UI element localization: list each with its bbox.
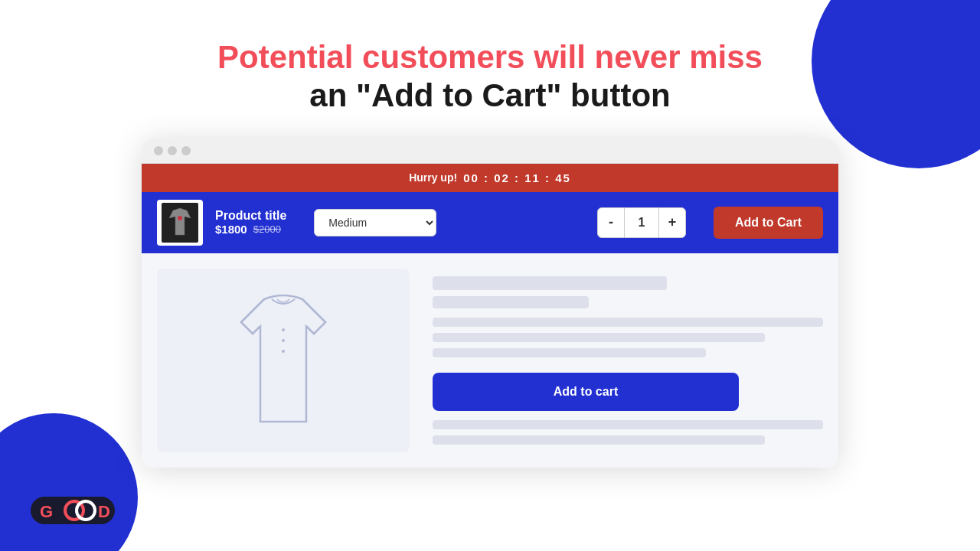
product-page-body: Add to cart xyxy=(142,253,838,468)
browser-dot-1 xyxy=(154,146,163,155)
variant-select[interactable]: Small Medium Large X-Large xyxy=(314,209,436,236)
skeleton-desc-group xyxy=(433,318,823,357)
svg-point-4 xyxy=(282,350,285,353)
skeleton-line-4 xyxy=(433,420,823,429)
tshirt-thumbnail-icon xyxy=(162,203,198,243)
product-title: Product title xyxy=(215,209,286,223)
svg-point-3 xyxy=(282,339,285,342)
product-image-area xyxy=(157,269,410,452)
headline-line2: an "Add to Cart" button xyxy=(217,77,763,115)
price-current: $1800 xyxy=(215,223,247,236)
product-sticky-row: Product title $1800 $2000 Small Medium L… xyxy=(142,192,838,253)
sticky-countdown-bar: Hurry up! 00 : 02 : 11 : 45 xyxy=(142,164,838,192)
price-original: $2000 xyxy=(253,223,281,235)
skeleton-title-group xyxy=(433,276,823,308)
add-to-cart-body-button[interactable]: Add to cart xyxy=(433,373,739,411)
product-shirt-svg xyxy=(207,276,360,445)
svg-text:G: G xyxy=(40,502,53,521)
skeleton-title xyxy=(433,276,667,290)
add-to-cart-sticky-button[interactable]: Add to Cart xyxy=(714,207,823,239)
skeleton-line-5 xyxy=(433,435,765,445)
logo-container: G D xyxy=(31,493,115,528)
logo-goood: G D xyxy=(31,493,115,528)
browser-chrome xyxy=(142,139,838,164)
browser-dot-3 xyxy=(181,146,191,155)
quantity-decrement-button[interactable]: - xyxy=(597,207,625,238)
product-details-area: Add to cart xyxy=(433,269,823,452)
variant-select-wrapper[interactable]: Small Medium Large X-Large xyxy=(314,209,436,236)
svg-point-2 xyxy=(282,328,285,331)
hurry-up-label: Hurry up! xyxy=(409,171,457,184)
quantity-value: 1 xyxy=(625,207,658,238)
skeleton-price xyxy=(433,296,589,308)
svg-text:D: D xyxy=(98,502,110,521)
product-info: Product title $1800 $2000 xyxy=(215,209,286,236)
skeleton-line-3 xyxy=(433,348,706,357)
countdown-timer: 00 : 02 : 11 : 45 xyxy=(463,171,571,184)
quantity-increment-button[interactable]: + xyxy=(658,207,686,238)
headline: Potential customers will never miss an "… xyxy=(217,38,763,116)
product-thumbnail xyxy=(157,200,203,246)
browser-window: Hurry up! 00 : 02 : 11 : 45 Product titl… xyxy=(142,139,838,468)
headline-line1: Potential customers will never miss xyxy=(217,38,763,77)
quantity-controls: - 1 + xyxy=(597,207,686,238)
main-content: Potential customers will never miss an "… xyxy=(0,0,980,468)
goood-logo-svg: G D xyxy=(31,493,115,528)
skeleton-extra-group xyxy=(433,420,823,445)
product-pricing: $1800 $2000 xyxy=(215,223,286,236)
skeleton-line-1 xyxy=(433,318,823,327)
browser-dot-2 xyxy=(168,146,177,155)
skeleton-line-2 xyxy=(433,333,765,342)
svg-point-1 xyxy=(178,216,182,220)
